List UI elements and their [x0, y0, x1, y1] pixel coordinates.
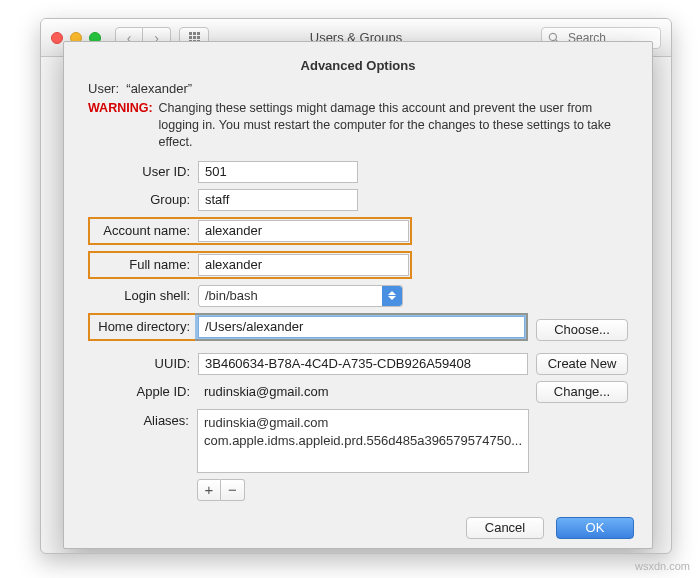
sheet-footer: Cancel OK — [82, 507, 634, 539]
change-button[interactable]: Change... — [536, 381, 628, 403]
account-name-highlight: Account name: — [88, 217, 412, 245]
cancel-button[interactable]: Cancel — [466, 517, 544, 539]
home-directory-highlight: Home directory: — [88, 313, 528, 341]
login-shell-value: /bin/bash — [205, 288, 258, 303]
home-directory-label: Home directory: — [91, 319, 198, 334]
alias-item[interactable]: rudinskia@gmail.com — [204, 414, 522, 432]
form: User ID: Group: Account name: Full name:… — [82, 161, 634, 507]
user-id-label: User ID: — [88, 164, 198, 179]
ok-button[interactable]: OK — [556, 517, 634, 539]
advanced-options-sheet: Advanced Options User: “alexander” WARNI… — [63, 41, 653, 549]
user-id-input[interactable] — [198, 161, 358, 183]
login-shell-select[interactable]: /bin/bash — [198, 285, 403, 307]
alias-item[interactable]: com.apple.idms.appleid.prd.556d485a39657… — [204, 432, 522, 450]
login-shell-label: Login shell: — [88, 288, 198, 303]
close-window-button[interactable] — [51, 32, 63, 44]
full-name-label: Full name: — [91, 257, 198, 272]
watermark: wsxdn.com — [635, 560, 690, 572]
preferences-window: ‹ › Users & Groups Advanced Options User… — [40, 18, 672, 554]
full-name-highlight: Full name: — [88, 251, 412, 279]
aliases-label: Aliases: — [88, 409, 197, 428]
warning-text: Changing these settings might damage thi… — [159, 100, 628, 151]
alias-add-remove: + − — [197, 479, 529, 501]
uuid-label: UUID: — [88, 356, 198, 371]
sheet-title: Advanced Options — [82, 58, 634, 73]
user-label: User: — [88, 81, 119, 96]
home-directory-input[interactable] — [198, 316, 525, 338]
full-name-input[interactable] — [198, 254, 409, 276]
account-name-input[interactable] — [198, 220, 409, 242]
account-name-label: Account name: — [91, 223, 198, 238]
warning-label: WARNING: — [88, 100, 153, 151]
choose-button[interactable]: Choose... — [536, 319, 628, 341]
uuid-input[interactable] — [198, 353, 528, 375]
add-alias-button[interactable]: + — [197, 479, 221, 501]
user-value: “alexander” — [126, 81, 192, 96]
aliases-list[interactable]: rudinskia@gmail.com com.apple.idms.apple… — [197, 409, 529, 473]
group-input[interactable] — [198, 189, 358, 211]
chevron-up-down-icon — [382, 286, 402, 306]
user-line: User: “alexander” — [82, 81, 634, 96]
warning-row: WARNING: Changing these settings might d… — [82, 100, 634, 161]
remove-alias-button[interactable]: − — [221, 479, 245, 501]
apple-id-label: Apple ID: — [88, 384, 198, 399]
create-new-button[interactable]: Create New — [536, 353, 628, 375]
apple-id-value — [198, 381, 528, 403]
group-label: Group: — [88, 192, 198, 207]
